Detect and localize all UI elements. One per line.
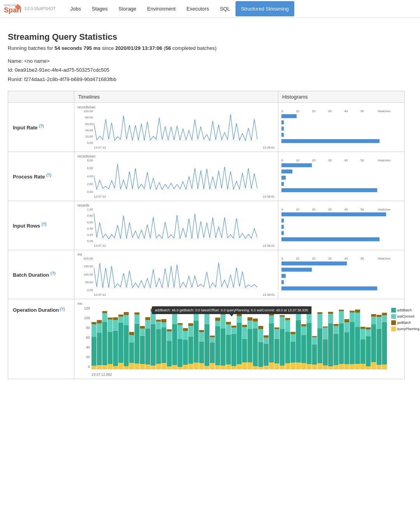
- svg-rect-149: [280, 317, 285, 329]
- svg-rect-225: [382, 315, 387, 322]
- svg-rect-171: [312, 365, 317, 369]
- svg-rect-110: [226, 322, 231, 325]
- op-dur-chart-svg: [91, 306, 387, 371]
- svg-rect-191: [339, 364, 344, 369]
- svg-rect-44: [140, 336, 145, 364]
- logo: APACHE Spark 3.0.0-SNAPSHOT: [4, 2, 56, 15]
- svg-rect-153: [285, 320, 290, 332]
- help-icon-input-rate[interactable]: (?): [39, 124, 44, 128]
- svg-rect-116: [237, 323, 242, 364]
- subtitle: Running batches for 54 seconds 795 ms si…: [8, 45, 405, 51]
- svg-rect-211: [366, 366, 371, 369]
- svg-rect-63: [167, 367, 172, 370]
- svg-rect-57: [156, 322, 161, 329]
- page-title: Streaming Query Statistics: [8, 32, 405, 42]
- svg-rect-12: [97, 333, 102, 365]
- svg-rect-84: [194, 321, 199, 363]
- nav-executors[interactable]: Executors: [181, 1, 214, 16]
- svg-rect-88: [199, 342, 204, 363]
- svg-rect-97: [210, 337, 215, 343]
- svg-rect-167: [307, 364, 312, 369]
- svg-rect-201: [350, 313, 355, 322]
- svg-rect-155: [290, 363, 295, 369]
- svg-rect-165: [301, 327, 306, 335]
- svg-rect-83: [194, 363, 199, 370]
- svg-rect-139: [269, 362, 274, 369]
- svg-rect-76: [183, 340, 188, 365]
- nav-jobs[interactable]: Jobs: [65, 1, 86, 16]
- svg-rect-96: [210, 343, 215, 363]
- svg-rect-134: [258, 326, 263, 329]
- svg-rect-194: [339, 310, 344, 311]
- svg-rect-122: [242, 325, 247, 327]
- svg-rect-22: [108, 318, 113, 320]
- svg-rect-222: [376, 315, 381, 317]
- svg-rect-124: [248, 329, 253, 362]
- svg-rect-65: [167, 332, 172, 341]
- svg-rect-61: [162, 322, 167, 327]
- svg-rect-26: [113, 317, 118, 320]
- svg-rect-58: [156, 320, 161, 322]
- svg-rect-182: [323, 327, 328, 328]
- svg-rect-24: [113, 331, 118, 366]
- svg-rect-42: [135, 313, 140, 315]
- nav-storage[interactable]: Storage: [113, 1, 142, 16]
- svg-rect-189: [334, 326, 339, 334]
- svg-rect-188: [334, 334, 339, 366]
- svg-rect-32: [124, 325, 129, 366]
- svg-rect-71: [177, 367, 183, 369]
- nav-environment[interactable]: Environment: [142, 1, 181, 16]
- help-icon-process-rate[interactable]: (?): [46, 173, 51, 177]
- svg-rect-16: [102, 322, 107, 365]
- svg-rect-154: [285, 318, 290, 320]
- label-input-rate: Input Rate (?): [8, 103, 74, 152]
- help-icon-batch-duration[interactable]: (?): [51, 271, 56, 276]
- svg-rect-19: [108, 364, 113, 369]
- svg-rect-56: [156, 329, 161, 364]
- svg-rect-141: [269, 316, 274, 323]
- svg-rect-81: [188, 326, 193, 336]
- nav-structured-streaming[interactable]: Structured Streaming: [235, 1, 294, 16]
- svg-rect-204: [355, 327, 360, 364]
- svg-rect-160: [296, 320, 301, 363]
- svg-rect-138: [264, 336, 269, 338]
- svg-rect-117: [237, 316, 242, 323]
- svg-rect-179: [323, 366, 328, 369]
- op-dur-chart: ms 120 100 80 60 40 20 0 addBatch: 46.0 …: [74, 299, 420, 379]
- svg-rect-180: [323, 339, 328, 366]
- op-dur-help-icon[interactable]: (?): [60, 307, 65, 311]
- svg-rect-39: [135, 364, 140, 369]
- svg-rect-17: [102, 313, 107, 322]
- svg-rect-175: [317, 363, 322, 369]
- nav-stages[interactable]: Stages: [86, 1, 113, 16]
- svg-rect-7: [91, 366, 97, 370]
- help-icon-input-rows[interactable]: (?): [42, 222, 47, 226]
- histogram-input-rate: 01020304050 #batches: [278, 103, 405, 152]
- svg-rect-74: [177, 323, 183, 325]
- histogram-process-rate: 01020304050 #batches: [278, 152, 405, 201]
- svg-rect-113: [231, 328, 236, 334]
- svg-rect-163: [301, 363, 306, 369]
- op-unit-label: ms: [77, 302, 420, 306]
- svg-rect-219: [376, 365, 381, 370]
- timeline-process-rate: records/sec 8.006.004.002.000.00 13:37:1…: [74, 152, 278, 201]
- svg-rect-10: [91, 322, 97, 325]
- svg-rect-36: [129, 343, 134, 363]
- svg-rect-195: [344, 364, 350, 369]
- nav-sql[interactable]: SQL: [214, 1, 235, 16]
- svg-rect-21: [108, 320, 113, 332]
- svg-rect-131: [258, 367, 263, 369]
- svg-rect-11: [97, 365, 102, 369]
- svg-rect-132: [258, 342, 263, 367]
- svg-rect-156: [290, 342, 295, 363]
- svg-rect-60: [162, 327, 167, 363]
- svg-rect-87: [199, 363, 204, 369]
- svg-rect-203: [355, 364, 360, 369]
- svg-rect-45: [140, 329, 145, 336]
- svg-rect-69: [172, 313, 177, 325]
- svg-rect-174: [312, 336, 317, 337]
- svg-rect-91: [204, 366, 209, 369]
- svg-rect-128: [253, 329, 258, 366]
- svg-rect-23: [113, 366, 118, 370]
- svg-rect-147: [280, 366, 285, 369]
